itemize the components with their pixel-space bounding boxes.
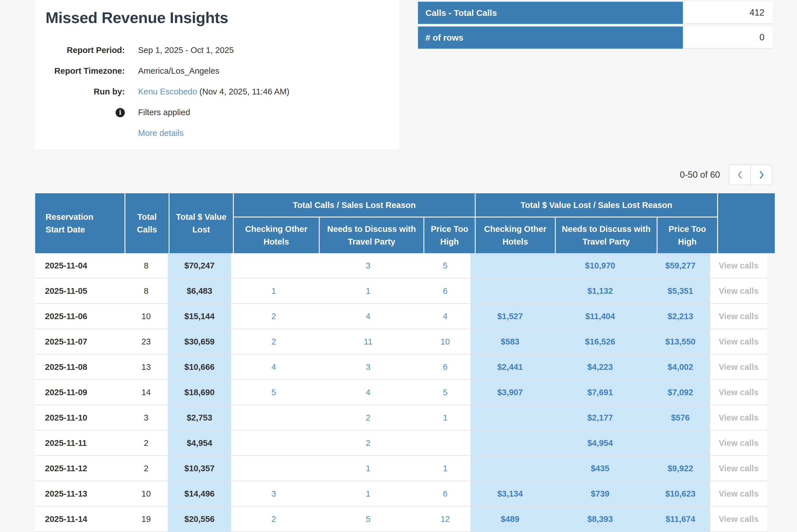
calls-lost-reason-link[interactable]: 6	[443, 286, 447, 296]
calls-lost-reason-link[interactable]: 1	[443, 413, 447, 422]
calls-lost-reason-cell: 1	[316, 456, 420, 481]
value-lost-reason-link[interactable]: $10,623	[665, 489, 696, 499]
value-lost-reason-link[interactable]: $11,674	[666, 514, 695, 524]
view-calls-link[interactable]: View calls	[719, 312, 758, 321]
calls-lost-reason-link[interactable]: 1	[366, 489, 370, 499]
view-calls-link[interactable]: View calls	[719, 413, 758, 422]
value-lost-reason-link[interactable]: $16,526	[585, 337, 615, 346]
value-lost-reason-link[interactable]: $3,907	[497, 388, 523, 397]
reservation-date-cell: 2025-11-04	[35, 253, 125, 278]
value-lost-reason-link[interactable]: $13,550	[665, 337, 696, 346]
view-calls-cell: View calls	[710, 481, 767, 506]
value-lost-reason-cell: $11,674	[651, 507, 710, 531]
run-by-user-link[interactable]: Kenu Escobedo	[138, 87, 197, 96]
calls-lost-reason-link[interactable]: 4	[271, 362, 276, 372]
header-value-needs-to-discuss: Needs to Discuss with Travel Party	[556, 217, 656, 253]
value-lost-reason-link[interactable]: $1,132	[588, 286, 613, 296]
total-calls-cell: 2	[125, 456, 168, 481]
calls-lost-reason-link[interactable]: 6	[443, 362, 447, 372]
more-details-link[interactable]: More details	[138, 129, 184, 138]
value-lost-reason-link[interactable]: $3,134	[497, 489, 523, 499]
view-calls-link[interactable]: View calls	[719, 464, 758, 473]
value-lost-reason-link[interactable]: $739	[591, 489, 610, 499]
calls-lost-reason-link[interactable]: 2	[366, 413, 370, 422]
calls-lost-reason-link[interactable]: 2	[366, 438, 370, 448]
calls-lost-reason-link[interactable]: 4	[366, 312, 370, 321]
chevron-right-icon	[757, 170, 766, 180]
view-calls-link[interactable]: View calls	[719, 362, 758, 372]
next-page-button[interactable]	[750, 165, 772, 185]
value-lost-reason-link[interactable]: $583	[501, 337, 519, 346]
reservation-date-cell: 2025-11-13	[35, 481, 125, 506]
calls-lost-reason-link[interactable]: 2	[271, 312, 276, 321]
value-lost-reason-link[interactable]: $4,002	[668, 362, 693, 372]
value-lost-reason-link[interactable]: $59,277	[665, 261, 696, 270]
value-lost-reason-link[interactable]: $576	[671, 413, 690, 422]
calls-lost-reason-link[interactable]: 2	[271, 337, 276, 346]
value-lost-reason-cell: $10,970	[550, 253, 651, 278]
calls-lost-reason-link[interactable]: 5	[443, 261, 447, 270]
calls-lost-reason-link[interactable]: 1	[271, 286, 276, 296]
calls-lost-reason-link[interactable]: 11	[364, 337, 372, 346]
calls-lost-reason-link[interactable]: 3	[271, 489, 276, 499]
reservation-date-cell: 2025-11-05	[35, 279, 125, 303]
value-lost-reason-cell: $13,550	[651, 329, 710, 354]
view-calls-link[interactable]: View calls	[719, 489, 758, 499]
value-lost-reason-link[interactable]: $8,393	[588, 514, 613, 524]
page-title: Missed Revenue Insights	[45, 8, 389, 26]
results-table: Reservation Start Date Total Calls Total…	[35, 193, 767, 532]
value-lost-reason-link[interactable]: $11,404	[585, 312, 615, 321]
calls-lost-reason-link[interactable]: 4	[443, 312, 447, 321]
value-lost-reason-cell: $5,351	[651, 279, 710, 303]
calls-lost-reason-link[interactable]: 5	[366, 514, 370, 524]
value-lost-reason-link[interactable]: $489	[501, 514, 519, 524]
value-lost-reason-link[interactable]: $435	[591, 464, 610, 473]
calls-lost-reason-link[interactable]: 12	[441, 514, 450, 524]
run-by-timestamp: (Nov 4, 2025, 11:46 AM)	[197, 87, 290, 96]
value-lost-reason-cell	[470, 405, 550, 430]
value-lost-reason-link[interactable]: $4,954	[588, 438, 613, 448]
view-calls-link[interactable]: View calls	[719, 337, 758, 346]
value-lost-reason-link[interactable]: $10,970	[585, 261, 615, 270]
calls-lost-reason-link[interactable]: 6	[443, 489, 447, 499]
reservation-date-cell: 2025-11-09	[35, 380, 125, 405]
header-calls-price-too-high: Price Too High	[424, 217, 475, 253]
table-row: 2025-11-0610$15,144244$1,527$11,404$2,21…	[35, 304, 767, 329]
value-lost-reason-link[interactable]: $5,351	[668, 286, 693, 296]
calls-lost-reason-link[interactable]: 1	[443, 464, 447, 473]
value-lost-reason-cell: $489	[470, 507, 550, 531]
view-calls-link[interactable]: View calls	[719, 438, 758, 448]
filters-row: i Filters applied	[45, 107, 389, 118]
value-lost-reason-link[interactable]: $9,922	[668, 464, 693, 473]
value-lost-reason-link[interactable]: $2,177	[588, 413, 613, 422]
view-calls-link[interactable]: View calls	[719, 388, 758, 397]
view-calls-cell: View calls	[710, 507, 767, 531]
calls-lost-reason-cell: 6	[420, 481, 470, 506]
table-row: 2025-11-1310$14,496316$3,134$739$10,623V…	[35, 481, 767, 507]
calls-lost-reason-link[interactable]: 10	[441, 337, 450, 346]
calls-lost-reason-link[interactable]: 5	[443, 388, 447, 397]
value-lost-reason-link[interactable]: $7,691	[588, 388, 613, 397]
value-lost-reason-link[interactable]: $4,223	[588, 362, 613, 372]
value-lost-reason-link[interactable]: $2,441	[497, 362, 523, 372]
calls-lost-reason-link[interactable]: 1	[366, 286, 370, 296]
calls-lost-reason-cell: 4	[316, 380, 420, 405]
value-lost-reason-link[interactable]: $7,092	[668, 388, 693, 397]
table-row: 2025-11-112$4,9542$4,954View calls	[35, 431, 767, 456]
calls-lost-reason-link[interactable]: 2	[271, 514, 276, 524]
calls-lost-reason-link[interactable]: 3	[366, 362, 370, 372]
info-icon[interactable]: i	[116, 108, 125, 117]
table-row: 2025-11-122$10,35711$435$9,922View calls	[35, 456, 767, 481]
reservation-date-cell: 2025-11-06	[35, 304, 125, 329]
value-lost-reason-cell	[470, 431, 550, 455]
calls-lost-reason-link[interactable]: 4	[366, 388, 370, 397]
value-lost-reason-link[interactable]: $2,213	[668, 312, 693, 321]
calls-lost-reason-link[interactable]: 1	[366, 464, 370, 473]
view-calls-link[interactable]: View calls	[719, 261, 758, 270]
view-calls-link[interactable]: View calls	[719, 514, 758, 524]
calls-lost-reason-link[interactable]: 3	[366, 261, 370, 270]
view-calls-link[interactable]: View calls	[719, 286, 758, 296]
calls-lost-reason-link[interactable]: 5	[271, 388, 276, 397]
value-lost-reason-link[interactable]: $1,527	[497, 312, 523, 321]
prev-page-button[interactable]	[729, 165, 750, 185]
